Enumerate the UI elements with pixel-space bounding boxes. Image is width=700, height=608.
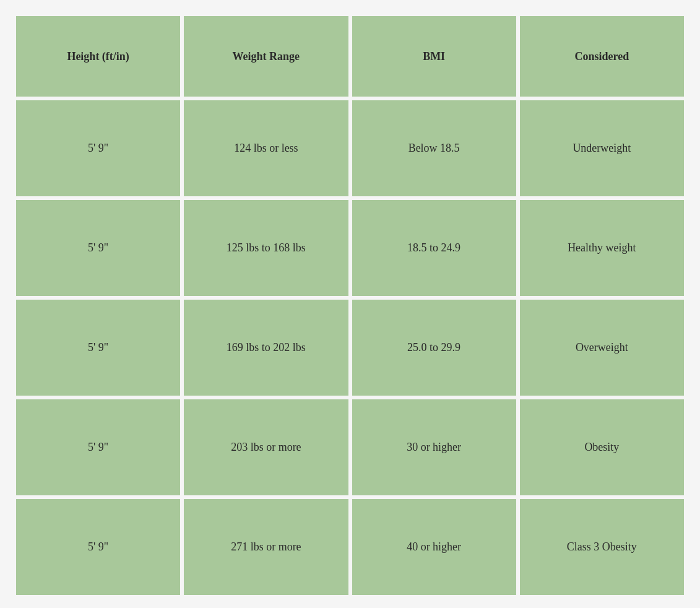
considered-header: Considered: [520, 16, 684, 97]
bmi-cell: 30 or higher: [352, 399, 516, 495]
header-row: Height (ft/in) Weight Range BMI Consider…: [16, 16, 684, 97]
bmi-cell: 18.5 to 24.9: [352, 200, 516, 296]
table-row: 5' 9" 169 lbs to 202 lbs 25.0 to 29.9 Ov…: [16, 300, 684, 396]
weight-range-cell: 203 lbs or more: [184, 399, 348, 495]
considered-cell: Class 3 Obesity: [520, 499, 684, 595]
bmi-cell: Below 18.5: [352, 100, 516, 196]
bmi-header: BMI: [352, 16, 516, 97]
table-row: 5' 9" 125 lbs to 168 lbs 18.5 to 24.9 He…: [16, 200, 684, 296]
table-row: 5' 9" 271 lbs or more 40 or higher Class…: [16, 499, 684, 595]
table-row: 5' 9" 124 lbs or less Below 18.5 Underwe…: [16, 100, 684, 196]
height-cell: 5' 9": [16, 399, 180, 495]
considered-cell: Underweight: [520, 100, 684, 196]
height-cell: 5' 9": [16, 100, 180, 196]
height-header: Height (ft/in): [16, 16, 180, 97]
bmi-table-container: Height (ft/in) Weight Range BMI Consider…: [0, 0, 700, 608]
height-cell: 5' 9": [16, 200, 180, 296]
bmi-cell: 25.0 to 29.9: [352, 300, 516, 396]
considered-cell: Healthy weight: [520, 200, 684, 296]
height-cell: 5' 9": [16, 499, 180, 595]
weight-range-cell: 125 lbs to 168 lbs: [184, 200, 348, 296]
weight-range-cell: 124 lbs or less: [184, 100, 348, 196]
bmi-table: Height (ft/in) Weight Range BMI Consider…: [12, 12, 688, 599]
bmi-cell: 40 or higher: [352, 499, 516, 595]
considered-cell: Overweight: [520, 300, 684, 396]
weight-range-header: Weight Range: [184, 16, 348, 97]
height-cell: 5' 9": [16, 300, 180, 396]
weight-range-cell: 271 lbs or more: [184, 499, 348, 595]
weight-range-cell: 169 lbs to 202 lbs: [184, 300, 348, 396]
considered-cell: Obesity: [520, 399, 684, 495]
table-row: 5' 9" 203 lbs or more 30 or higher Obesi…: [16, 399, 684, 495]
